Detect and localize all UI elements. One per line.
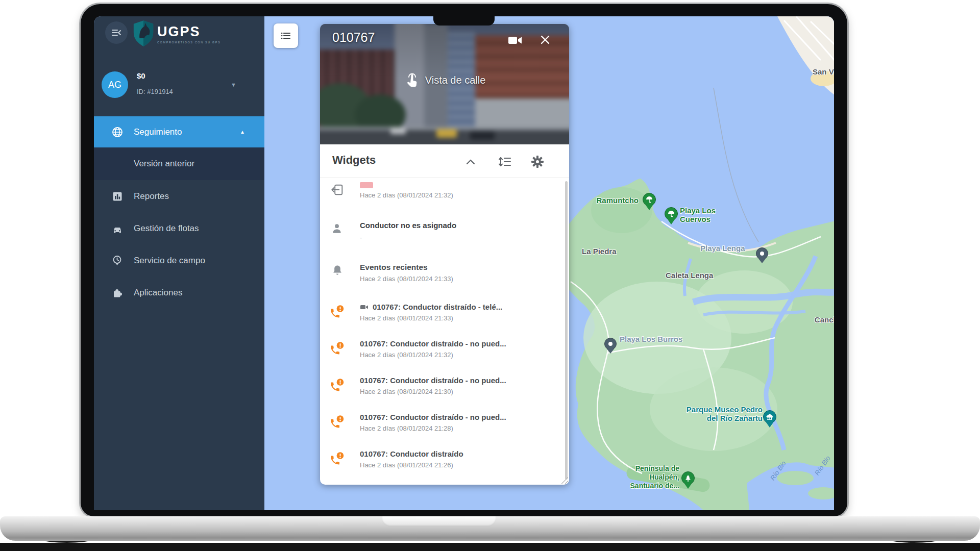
phone-alert-icon [328, 415, 345, 431]
event-item[interactable]: 010767: Conductor distraído - no pued...… [320, 334, 569, 371]
sidebar-item-label: Seguimiento [134, 127, 182, 137]
gear-icon [531, 156, 544, 168]
sidebar-collapse-button[interactable] [105, 21, 128, 44]
asset-panel: 010767 Vista d [320, 24, 569, 485]
tree-icon [684, 474, 692, 482]
app-logo: UGPS COMPROMETIDOS CON SU GPS [132, 19, 220, 48]
event-title: 010767: Conductor distraído - no pued... [360, 339, 569, 348]
user-balance: $0 [137, 71, 145, 80]
event-timestamp: Hace 2 días (08/01/2024 21:32) [360, 351, 569, 359]
event-title: 010767: Conductor distraído [360, 449, 569, 458]
sidebar-item-version-anterior[interactable]: Versión anterior [94, 147, 264, 180]
video-camera-icon [508, 35, 522, 45]
puzzle-icon [111, 287, 124, 299]
laptop-lid-scoop [382, 516, 496, 527]
map-label-caleta-lenga: Caleta Lenga [666, 271, 713, 280]
museum-icon [766, 414, 773, 420]
phone-alert-icon [328, 305, 345, 321]
event-item[interactable]: 010767: Conductor distraído - telé... Ha… [320, 297, 569, 334]
asset-list-button[interactable] [274, 23, 298, 48]
laptop-notch [433, 16, 495, 26]
map-label-san-vicente: San Vi [813, 67, 834, 76]
phone-alert-icon [328, 341, 345, 358]
item-subtext: - [360, 234, 569, 241]
laptop-display: Río Bio Río Bio San Vi Ramuntcho Playa L… [94, 16, 834, 510]
avatar: AG [102, 71, 128, 98]
chevron-down-icon[interactable]: ▼ [231, 82, 236, 88]
event-title: 010767: Conductor distraído - no pued... [360, 376, 569, 385]
list-item-eventos-recientes[interactable]: Eventos recientes Hace 2 días (08/01/202… [320, 257, 569, 297]
event-item[interactable]: 010767: Conductor distraído Hace 2 días … [320, 444, 569, 481]
streetview-open-button[interactable]: Vista de calle [320, 71, 569, 89]
user-account-row[interactable]: AG $0 ID: #191914 ▼ [94, 67, 264, 116]
logo-tagline: COMPROMETIDOS CON SU GPS [157, 41, 220, 44]
video-camera-button[interactable] [508, 35, 522, 47]
beach-umbrella-pin-ramuntcho[interactable] [643, 193, 656, 206]
sidebar-item-reportes[interactable]: Reportes [94, 180, 264, 212]
event-item[interactable]: 010767: Conductor distraído - no pued...… [320, 408, 569, 444]
widgets-header: Widgets [320, 144, 569, 178]
phone-alert-icon [328, 378, 345, 394]
event-timestamp: Hace 2 días (08/01/2024 21:26) [360, 461, 569, 469]
item-title: Conductor no es asignado [360, 221, 569, 230]
tree-pin-santuario[interactable] [681, 471, 695, 485]
sidebar-item-label: Versión anterior [134, 159, 194, 169]
museum-pin-parque-museo[interactable] [763, 410, 776, 423]
user-id: ID: #191914 [137, 88, 173, 95]
logo-textwrap: UGPS COMPROMETIDOS CON SU GPS [157, 24, 220, 44]
event-timestamp: Hace 2 días (08/01/2024 21:33) [360, 314, 569, 322]
widgets-title: Widgets [332, 154, 376, 167]
streetview-header[interactable]: 010767 Vista d [320, 24, 569, 144]
close-icon [540, 34, 551, 45]
pin-dot [760, 252, 764, 256]
widgets-collapse-button[interactable] [466, 158, 475, 167]
phone-alert-icon [328, 452, 345, 468]
chevron-up-icon[interactable]: ▲ [240, 129, 245, 135]
line-spacing-icon [498, 156, 512, 168]
sidebar-menu: Seguimiento ▲ Versión anterior Reportes [94, 116, 264, 309]
hamburger-collapse-icon [111, 28, 122, 38]
map-label-playa-los-burros: Playa Los Burros [620, 335, 682, 343]
dot-pin-playa-lenga[interactable] [756, 247, 768, 260]
event-timestamp: Hace 2 días (08/01/2024 21:30) [360, 388, 569, 395]
sidebar: UGPS COMPROMETIDOS CON SU GPS AG $0 ID: … [94, 16, 264, 510]
beach-umbrella-icon [646, 196, 653, 203]
pin-dot [608, 342, 612, 346]
list-icon [280, 30, 292, 42]
widgets-settings-button[interactable] [531, 156, 544, 168]
item-timestamp: Hace 2 días (08/01/2024 21:32) [360, 191, 569, 199]
widgets-sort-button[interactable] [498, 156, 512, 170]
laptop-base [0, 516, 980, 541]
item-timestamp: Hace 2 días (08/01/2024 21:33) [360, 275, 569, 283]
shield-dog-icon [132, 19, 155, 48]
sidebar-header: UGPS COMPROMETIDOS CON SU GPS [94, 16, 264, 67]
logout-box-icon [330, 183, 344, 196]
desk-edge [0, 543, 980, 551]
sidebar-item-seguimiento[interactable]: Seguimiento ▲ [94, 116, 264, 147]
map-label-cancha: Cancha Io [806, 315, 834, 333]
tap-hand-icon [404, 71, 420, 89]
bar-chart-icon [111, 190, 124, 203]
list-item-exit[interactable]: Hace 2 días (08/01/2024 21:32) [320, 182, 569, 214]
sidebar-item-aplicaciones[interactable]: Aplicaciones [94, 277, 264, 309]
close-panel-button[interactable] [540, 34, 551, 47]
car-icon [111, 222, 124, 235]
bell-icon [330, 264, 345, 278]
event-title: 010767: Conductor distraído - no pued... [360, 413, 569, 421]
list-item-driver[interactable]: Conductor no es asignado - [320, 214, 569, 257]
sidebar-item-label: Reportes [134, 191, 169, 202]
beach-umbrella-pin-cuervos[interactable] [665, 207, 678, 220]
panel-scrollbar[interactable] [565, 181, 568, 480]
event-item[interactable]: 010767: Conductor distraído - no pued...… [320, 371, 569, 408]
item-title: Eventos recientes [360, 263, 569, 272]
sidebar-item-servicio-de-campo[interactable]: Servicio de campo [94, 244, 264, 277]
event-title: 010767: Conductor distraído - telé... [373, 303, 502, 311]
asset-title: 010767 [332, 30, 375, 45]
dot-pin-playa-los-burros[interactable] [604, 338, 617, 350]
sidebar-item-label: Gestión de flotas [134, 223, 199, 234]
widgets-list[interactable]: Hace 2 días (08/01/2024 21:32) Conductor… [320, 179, 569, 485]
globe-icon [111, 126, 124, 138]
person-icon [330, 222, 344, 235]
video-camera-small-icon [360, 304, 369, 311]
sidebar-item-gestion-de-flotas[interactable]: Gestión de flotas [94, 212, 264, 244]
